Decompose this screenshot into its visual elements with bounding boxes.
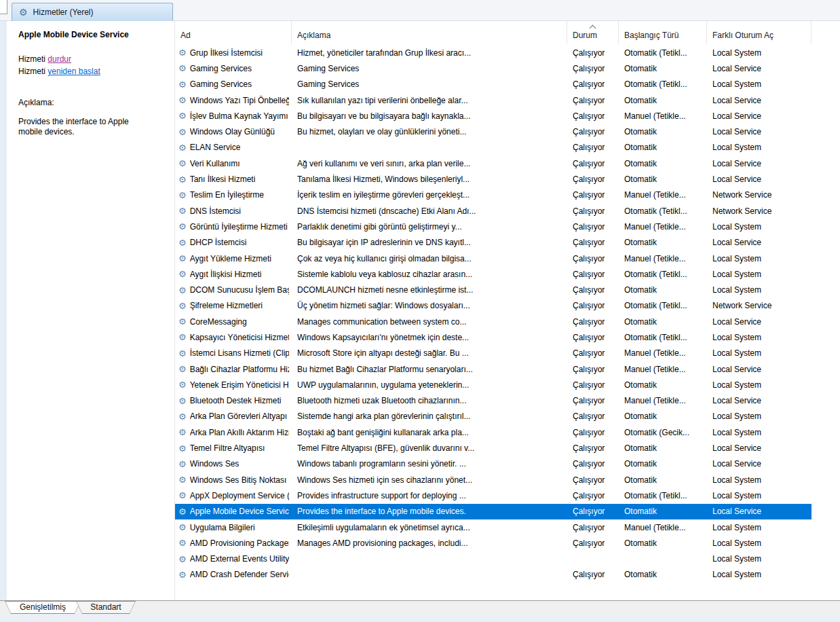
service-gear-icon: ⚙: [178, 238, 187, 247]
service-row[interactable]: ⚙ AMD Provisioning Packages ... Manages …: [175, 535, 812, 551]
service-row[interactable]: ⚙ Arka Plan Akıllı Aktarım Hizm... Boşta…: [175, 424, 812, 440]
service-row[interactable]: ⚙ Uygulama Bilgileri Etkileşimli uygulam…: [175, 519, 812, 535]
service-row[interactable]: ⚙ Veri Kullanımı Ağ veri kullanımı ve ve…: [175, 156, 812, 171]
service-description-cell: Manages AMD provisioning packages, inclu…: [292, 538, 567, 548]
service-logon-cell: Network Service: [707, 190, 812, 200]
service-status-cell: Çalışıyor: [567, 380, 619, 390]
service-logon-cell: Local System: [707, 254, 812, 263]
service-row[interactable]: ⚙ Kapsayıcı Yöneticisi Hizmeti Windows K…: [175, 329, 812, 345]
service-row[interactable]: ⚙ Temel Filtre Altyapısı Temel Filtre Al…: [175, 440, 812, 456]
service-row[interactable]: ⚙ AMD Crash Defender Service Çalışıyor O…: [175, 567, 812, 583]
service-row[interactable]: ⚙ Arka Plan Görevleri Altyapı H... Siste…: [175, 409, 812, 424]
service-row[interactable]: ⚙ DNS İstemcisi DNS İstemcisi hizmeti (d…: [175, 203, 812, 219]
service-row[interactable]: ⚙ CoreMessaging Manages communication be…: [175, 314, 812, 329]
tab-hizmetler-yerel[interactable]: ⚙ Hizmetler (Yerel): [12, 3, 173, 21]
service-description-cell: İçerik teslim en iyileştirme görevleri g…: [292, 190, 567, 200]
restart-service-line: Hizmeti yeniden başlat: [18, 66, 164, 77]
service-startup-cell: Otomatik: [619, 317, 707, 327]
service-gear-icon: ⚙: [178, 380, 187, 389]
service-startup-cell: Otomatik (Tetikl...: [619, 48, 707, 58]
description-text: Provides the interface to Apple mobile d…: [18, 117, 154, 137]
service-status-cell: Çalışıyor: [567, 538, 619, 548]
service-row[interactable]: ⚙ DHCP İstemcisi Bu bilgisayar için IP a…: [175, 235, 812, 251]
service-name-cell: ⚙ Apple Mobile Device Service: [175, 507, 292, 516]
service-status-cell: Çalışıyor: [567, 523, 619, 532]
service-row[interactable]: ⚙ Windows Yazı Tipi Önbelleği... Sık kul…: [175, 92, 812, 108]
service-startup-cell: Otomatik: [619, 380, 707, 390]
service-row[interactable]: ⚙ Teslim En İyileştirme İçerik teslim en…: [175, 187, 812, 203]
service-name: CoreMessaging: [190, 317, 247, 327]
service-row[interactable]: ⚙ Aygıt İlişkisi Hizmeti Sistemle kablol…: [175, 266, 812, 282]
service-row[interactable]: ⚙ Grup İlkesi İstemcisi Hizmet, yönetici…: [175, 45, 812, 60]
restart-service-link[interactable]: yeniden başlat: [47, 67, 100, 76]
service-name: AMD Provisioning Packages ...: [190, 538, 289, 548]
service-name-cell: ⚙ Grup İlkesi İstemcisi: [175, 48, 292, 58]
service-row[interactable]: ⚙ AppX Deployment Service (A... Provides…: [175, 488, 812, 503]
service-gear-icon: ⚙: [178, 254, 187, 263]
service-logon-cell: Local Service: [707, 507, 812, 516]
column-header-ad[interactable]: Ad: [175, 21, 292, 44]
service-row[interactable]: ⚙ Apple Mobile Device Service Provides t…: [175, 504, 812, 519]
service-gear-icon: ⚙: [178, 128, 187, 136]
column-header-farkli-oturum-ac[interactable]: Farklı Oturum Aç: [707, 21, 812, 44]
stop-service-link[interactable]: durdur: [47, 54, 71, 64]
service-status-cell: Çalışıyor: [567, 285, 619, 295]
service-row[interactable]: ⚙ Tanı İlkesi Hizmeti Tanılama İlkesi Hi…: [175, 171, 812, 187]
tab-standart-label: Standart: [76, 601, 136, 614]
service-gear-icon: ⚙: [178, 333, 187, 342]
column-header-durum[interactable]: Durum: [567, 21, 619, 44]
stop-prefix: Hizmeti: [18, 54, 47, 64]
service-row[interactable]: ⚙ Windows Ses Bitiş Noktası O... Windows…: [175, 472, 812, 488]
service-row[interactable]: ⚙ İşlev Bulma Kaynak Yayımı Bu bilgisaya…: [175, 108, 812, 124]
service-name-cell: ⚙ CoreMessaging: [175, 317, 292, 327]
service-row[interactable]: ⚙ Windows Ses Windows tabanlı programlar…: [175, 456, 812, 472]
list-header-row: Ad Açıklama Durum Başlangıç Türü Farklı …: [175, 21, 840, 44]
service-status-cell: Çalışıyor: [567, 570, 619, 579]
service-startup-cell: Otomatik: [619, 64, 707, 73]
service-logon-cell: Local Service: [707, 443, 812, 453]
service-row[interactable]: ⚙ Bluetooth Destek Hizmeti Bluetooth hiz…: [175, 393, 812, 409]
service-startup-cell: Manuel (Tetikle...: [619, 254, 707, 263]
service-row[interactable]: ⚙ Windows Olay Günlüğü Bu hizmet, olayla…: [175, 124, 812, 139]
service-status-cell: Çalışıyor: [567, 459, 619, 469]
service-startup-cell: Otomatik: [619, 475, 707, 485]
service-status-cell: Çalışıyor: [567, 79, 619, 89]
service-row[interactable]: ⚙ ELAN Service Çalışıyor Otomatik Local …: [175, 140, 812, 156]
service-logon-cell: Local System: [707, 79, 812, 89]
service-row[interactable]: ⚙ Gaming Services Gaming Services Çalışı…: [175, 77, 812, 92]
column-header-baslangic-turu[interactable]: Başlangıç Türü: [619, 21, 707, 44]
service-row[interactable]: ⚙ Gaming Services Gaming Services Çalışı…: [175, 60, 812, 76]
service-gear-icon: ⚙: [178, 475, 187, 484]
service-row[interactable]: ⚙ Şifreleme Hizmetleri Üç yönetim hizmet…: [175, 298, 812, 314]
service-row[interactable]: ⚙ DCOM Sunucusu İşlem Başl... DCOMLAUNCH…: [175, 282, 812, 297]
service-name-cell: ⚙ Teslim En İyileştirme: [175, 190, 292, 200]
service-startup-cell: Otomatik: [619, 443, 707, 453]
service-name: Windows Yazı Tipi Önbelleği...: [190, 96, 289, 105]
service-description-cell: UWP uygulamalarının, uygulama yetenekler…: [292, 380, 567, 390]
service-name: Aygıt İlişkisi Hizmeti: [190, 270, 262, 279]
service-status-cell: Çalışıyor: [567, 428, 619, 437]
service-status-cell: Çalışıyor: [567, 348, 619, 358]
column-header-aciklama[interactable]: Açıklama: [292, 21, 567, 44]
service-startup-cell: Otomatik: [619, 96, 707, 105]
tab-standart[interactable]: Standart: [76, 601, 136, 614]
service-logon-cell: Network Service: [707, 301, 812, 310]
service-logon-cell: Local Service: [707, 127, 812, 136]
service-name: İstemci Lisans Hizmeti (ClipS...: [190, 348, 289, 358]
service-row[interactable]: ⚙ Görüntü İyileştirme Hizmeti Parlaklık …: [175, 219, 812, 234]
tab-genisletilmis[interactable]: Genişletilmiş: [5, 601, 81, 614]
service-row[interactable]: ⚙ Bağlı Cihazlar Platformu Hiz... Bu hiz…: [175, 361, 812, 377]
service-description-cell: Bluetooth hizmeti uzak Bluetooth cihazla…: [292, 396, 567, 405]
service-description-cell: Bu bilgisayarı ve bu bilgisayara bağlı k…: [292, 111, 567, 121]
service-row[interactable]: ⚙ İstemci Lisans Hizmeti (ClipS... Micro…: [175, 346, 812, 361]
service-startup-cell: Otomatik: [619, 570, 707, 579]
service-startup-cell: Otomatik: [619, 285, 707, 295]
service-startup-cell: Otomatik (Tetikl...: [619, 79, 707, 89]
service-status-cell: Çalışıyor: [567, 254, 619, 263]
service-row[interactable]: ⚙ Yetenek Erişim Yöneticisi Hiz... UWP u…: [175, 377, 812, 392]
service-status-cell: Çalışıyor: [567, 317, 619, 327]
service-name-cell: ⚙ Görüntü İyileştirme Hizmeti: [175, 222, 292, 232]
service-row[interactable]: ⚙ Aygıt Yükleme Hizmeti Çok az veya hiç …: [175, 251, 812, 266]
service-row[interactable]: ⚙ AMD External Events Utility Local Syst…: [175, 551, 812, 567]
restart-prefix: Hizmeti: [18, 67, 47, 76]
